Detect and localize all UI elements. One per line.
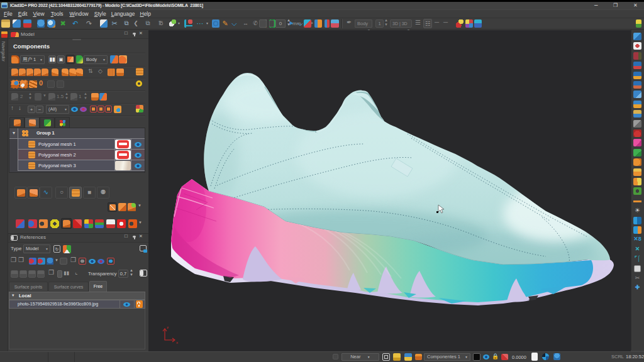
svg-text:x: x [176, 341, 178, 344]
svg-text:z: z [167, 326, 169, 329]
